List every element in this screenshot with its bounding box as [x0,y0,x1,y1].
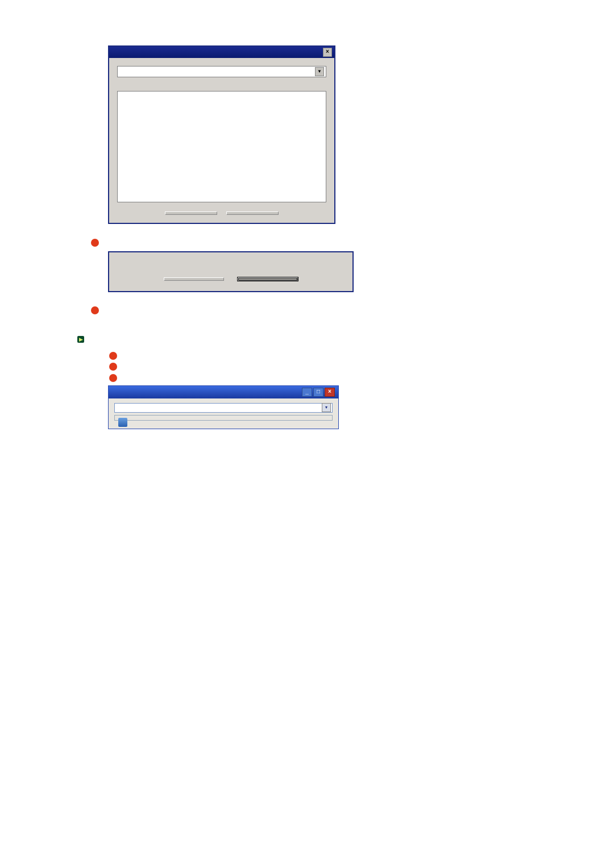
step-3 [109,373,540,382]
adapter-dropdown[interactable]: ▾ [114,403,333,413]
step-badge-5 [91,306,99,314]
step-badge-4 [91,239,99,247]
maximize-icon[interactable]: □ [313,388,323,397]
step-2 [109,362,540,371]
step-badge-3 [109,374,117,382]
button-row [118,275,343,282]
chevron-down-icon[interactable]: ▼ [315,67,324,76]
close-icon[interactable]: × [323,48,332,57]
current-monitor-group [114,415,333,421]
cancel-button[interactable] [165,211,217,215]
button-row [117,209,326,216]
ok-button[interactable] [226,211,279,215]
monitor-list[interactable] [117,91,326,202]
chevron-down-icon[interactable]: ▾ [322,403,331,412]
step-badge-2 [109,363,117,371]
me98-setup-dialog[interactable]: × ▼ [108,45,335,224]
step-1 [109,351,540,360]
dialog-body: ▾ [109,398,338,429]
adapter-dropdown[interactable]: ▼ [117,66,326,77]
step-5 [91,306,540,315]
xp-setup-dialog[interactable]: _ □ × ▾ [108,385,339,429]
dialog-titlebar: × [109,47,334,58]
step-badge-1 [109,352,117,360]
close-icon[interactable]: × [325,388,335,397]
dialog-titlebar: _ □ × [109,386,338,398]
cancel-button[interactable] [164,277,224,281]
monitor-icon [118,418,127,427]
step-4 [91,238,540,247]
warning-dialog[interactable] [108,251,354,292]
window-controls: _ □ × [302,388,335,397]
dialog-body: ▼ [109,58,334,223]
install-button[interactable] [238,277,298,281]
section-heading-xp: ▶ [77,334,540,343]
minimize-icon[interactable]: _ [302,388,312,397]
arrow-icon: ▶ [77,336,84,343]
